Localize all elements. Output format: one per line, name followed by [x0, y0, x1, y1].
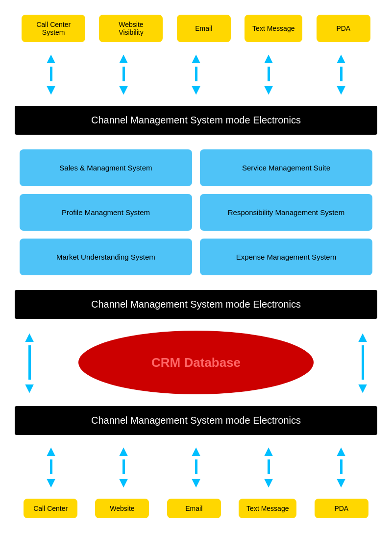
bot-arrow-down-icon: ▼ — [116, 475, 131, 490]
top-item-0: Call Center System — [22, 15, 85, 42]
blue-box-2: Profile Managment System — [20, 194, 192, 231]
top-item-4: PDA — [317, 15, 370, 42]
blue-box-5: Expense Management System — [200, 239, 372, 275]
black-bar-2: Channel Management System mode Electroni… — [15, 290, 377, 319]
bot-arrow-up-icon: ▲ — [334, 444, 348, 458]
bot-arrow-up-icon: ▲ — [261, 444, 276, 458]
arrow-4: ▲ ▼ — [314, 51, 368, 97]
arrow-down-icon: ▼ — [116, 82, 131, 97]
top-arrows-row: ▲ ▼ ▲ ▼ ▲ ▼ ▲ ▼ ▲ ▼ — [15, 51, 377, 97]
bottom-yellow-row: Call Center Website Email Text Message P… — [15, 499, 377, 518]
bot-arrow-4: ▲ ▼ — [314, 444, 368, 490]
bot-arrow-1: ▲ ▼ — [97, 444, 150, 490]
bot-arrow-2: ▲ ▼ — [169, 444, 223, 490]
blue-box-3: Responsibility Management System — [200, 194, 372, 231]
arrow-down-icon: ▼ — [334, 82, 348, 97]
bot-item-0: Call Center — [24, 499, 77, 518]
arrow-up-icon: ▲ — [116, 51, 131, 66]
arrow-1: ▲ ▼ — [97, 51, 150, 97]
black-bar-3: Channel Management System mode Electroni… — [15, 406, 377, 435]
arrow-down-icon: ▼ — [44, 82, 58, 97]
arrow-up-icon: ▲ — [189, 51, 203, 66]
right-crm-arrow: ▲ ▼ — [348, 329, 377, 396]
black-bar-1: Channel Management System mode Electroni… — [15, 106, 377, 135]
arrow-3: ▲ ▼ — [242, 51, 295, 97]
arrow-2: ▲ ▼ — [169, 51, 223, 97]
crm-ellipse: CRM Database — [78, 331, 314, 394]
bot-item-4: PDA — [315, 499, 368, 518]
arrow-up-icon: ▲ — [334, 51, 348, 66]
bot-arrow-up-icon: ▲ — [116, 444, 131, 458]
bot-arrow-up-icon: ▲ — [189, 444, 203, 458]
blue-box-4: Market Understanding System — [20, 239, 192, 275]
bottom-arrows-row: ▲ ▼ ▲ ▼ ▲ ▼ ▲ ▼ ▲ ▼ — [15, 444, 377, 490]
left-arrow-down-icon: ▼ — [22, 380, 37, 396]
bot-arrow-down-icon: ▼ — [189, 475, 203, 490]
top-item-3: Text Message — [245, 15, 302, 42]
bot-arrow-3: ▲ ▼ — [242, 444, 295, 490]
bot-arrow-down-icon: ▼ — [44, 475, 58, 490]
top-item-2: Email — [177, 15, 231, 42]
blue-box-1: Service Management Suite — [200, 149, 372, 186]
blue-box-0: Sales & Managment System — [20, 149, 192, 186]
top-item-1: Website Visibility — [99, 15, 163, 42]
top-yellow-row: Call Center System Website Visibility Em… — [15, 15, 377, 42]
bot-arrow-down-icon: ▼ — [334, 475, 348, 490]
right-arrow-up-icon: ▲ — [355, 329, 370, 345]
arrow-down-icon: ▼ — [261, 82, 276, 97]
bot-arrow-up-icon: ▲ — [44, 444, 58, 458]
crm-section: ▲ ▼ CRM Database ▲ ▼ — [15, 329, 377, 396]
bot-item-2: Email — [167, 499, 221, 518]
arrow-up-icon: ▲ — [261, 51, 276, 66]
bot-item-1: Website — [95, 499, 149, 518]
arrow-down-icon: ▼ — [189, 82, 203, 97]
crm-ellipse-wrapper: CRM Database — [44, 331, 348, 394]
right-arrow-down-icon: ▼ — [355, 380, 370, 396]
blue-grid: Sales & Managment System Service Managem… — [15, 145, 377, 280]
bot-item-3: Text Message — [239, 499, 296, 518]
arrow-up-icon: ▲ — [44, 51, 58, 66]
left-arrow-up-icon: ▲ — [22, 329, 37, 345]
left-crm-arrow: ▲ ▼ — [15, 329, 44, 396]
bot-arrow-down-icon: ▼ — [261, 475, 276, 490]
bot-arrow-0: ▲ ▼ — [24, 444, 78, 490]
arrow-0: ▲ ▼ — [24, 51, 78, 97]
